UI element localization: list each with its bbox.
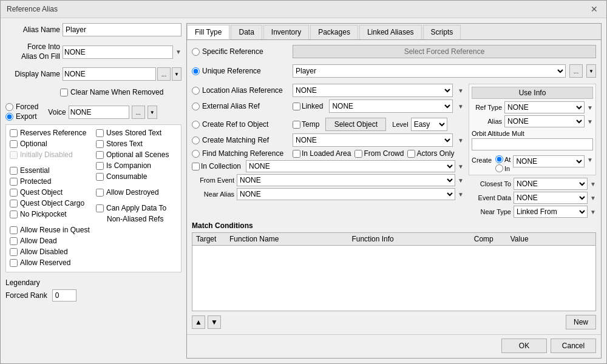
window-content: Alias Name Force IntoAlias On Fill NONE … (1, 18, 606, 363)
tab-packages[interactable]: Packages (310, 25, 358, 39)
location-alias-label: Location Alias Reference (202, 86, 283, 95)
tab-fill-type[interactable]: Fill Type (187, 25, 229, 39)
from-crowd-checkbox[interactable] (354, 150, 362, 158)
cancel-button[interactable]: Cancel (551, 339, 596, 353)
no-pickpocket-checkbox[interactable] (10, 211, 18, 218)
in-collection-checkbox[interactable] (192, 163, 200, 170)
allow-reuse-checkbox[interactable] (10, 226, 18, 234)
create-location-select[interactable]: NONE (513, 155, 585, 167)
create-matching-select[interactable]: NONE (293, 133, 453, 147)
tab-inventory[interactable]: Inventory (263, 25, 309, 39)
unique-ref-select[interactable]: Player (293, 64, 566, 78)
force-into-select[interactable]: NONE (63, 46, 173, 59)
location-alias-select[interactable]: NONE (293, 84, 453, 97)
left-panel: Alias Name Force IntoAlias On Fill NONE … (5, 23, 181, 359)
in-radio[interactable] (495, 164, 503, 172)
use-info-btn[interactable]: Use Info (472, 87, 593, 99)
in-collection-select[interactable]: NONE (246, 160, 455, 172)
voice-dots-btn[interactable]: ... (132, 106, 145, 119)
display-name-dots-btn[interactable]: ... (157, 67, 171, 81)
allow-reserved-checkbox[interactable] (10, 259, 18, 267)
orbit-input[interactable] (472, 138, 593, 150)
forced-radio[interactable] (5, 103, 13, 111)
protected-label: Protected (20, 177, 51, 186)
display-name-select[interactable]: NONE (63, 67, 156, 81)
non-aliased-label-row: Non-Aliased Refs (107, 215, 177, 223)
find-matching-row: Find Matching Reference In Loaded Area F… (192, 149, 464, 158)
unique-ref-dots-btn[interactable]: ... (569, 64, 583, 78)
create-matching-radio[interactable] (192, 136, 200, 144)
temp-checkbox[interactable] (293, 121, 300, 129)
allow-destroyed-checkbox[interactable] (96, 189, 104, 197)
down-nav-btn[interactable]: ▼ (208, 315, 221, 329)
allow-dead-checkbox[interactable] (10, 237, 18, 245)
tab-data[interactable]: Data (231, 25, 262, 39)
match-conditions-section: Match Conditions Target Function Name Fu… (192, 221, 596, 329)
specific-ref-radio-group: Specific Reference (192, 47, 289, 56)
stores-text-checkbox[interactable] (96, 140, 104, 148)
reserves-reference-checkbox[interactable] (10, 129, 18, 137)
location-alias-radio[interactable] (192, 87, 200, 95)
alias-select[interactable]: NONE (504, 115, 585, 127)
clear-name-label: Clear Name When Removed (70, 88, 163, 96)
forced-rank-input[interactable] (52, 289, 76, 302)
quest-object-checkbox[interactable] (10, 189, 18, 197)
collection-area: In Collection NONE ▼ From Event (192, 160, 464, 200)
from-event-select[interactable]: NONE (237, 174, 455, 186)
actors-only-checkbox[interactable] (407, 150, 415, 158)
optional-all-scenes-checkbox[interactable] (96, 151, 104, 159)
near-alias-select[interactable]: NONE (237, 188, 455, 200)
voice-select[interactable]: NONE (69, 106, 129, 119)
ref-type-select[interactable]: NONE (504, 101, 585, 113)
is-companion-checkbox[interactable] (96, 162, 104, 170)
create-ref-radio[interactable] (192, 121, 200, 129)
protected-checkbox[interactable] (10, 178, 18, 186)
event-data-select[interactable]: NONE (514, 192, 588, 204)
in-label: In (504, 165, 510, 172)
tab-linked-aliases[interactable]: Linked Aliases (359, 25, 422, 39)
temp-label: Temp (302, 120, 319, 129)
fill-type-content: Specific Reference Select Forced Referen… (187, 40, 601, 334)
at-radio[interactable] (495, 155, 503, 163)
alias-name-input[interactable] (63, 23, 181, 36)
find-matching-radio[interactable] (192, 150, 200, 158)
tabs-bar: Fill Type Data Inventory Packages Linked… (187, 24, 601, 40)
find-matching-radio-group: Find Matching Reference (192, 149, 289, 158)
voice-arrow-btn[interactable]: ▼ (148, 106, 157, 119)
initially-disabled-label: Initially Disabled (20, 150, 73, 159)
external-alias-radio[interactable] (192, 103, 200, 110)
from-event-row: From Event NONE ▼ (192, 174, 464, 186)
closest-to-select[interactable]: NONE (514, 178, 588, 190)
quest-object-cargo-checkbox[interactable] (10, 200, 18, 207)
up-nav-btn[interactable]: ▲ (192, 315, 205, 329)
tab-scripts[interactable]: Scripts (423, 25, 461, 39)
unique-ref-radio[interactable] (192, 67, 200, 75)
can-apply-data-checkbox[interactable] (96, 204, 104, 212)
clear-name-checkbox[interactable] (60, 89, 68, 96)
select-forced-ref-btn[interactable]: Select Forced Reference (293, 45, 596, 58)
closest-to-label: Closest To (469, 180, 511, 187)
near-type-row: Near Type Linked From ▼ (469, 206, 596, 218)
allow-reuse-label: Allow Reuse in Quest (20, 226, 90, 234)
consumable-checkbox[interactable] (96, 173, 104, 181)
ok-button[interactable]: OK (501, 339, 547, 353)
display-name-arrow-btn[interactable]: ▼ (172, 67, 181, 81)
select-object-btn[interactable]: Select Object (325, 118, 386, 131)
from-crowd-label: From Crowd (364, 149, 404, 158)
linked-checkbox[interactable] (293, 103, 300, 110)
specific-ref-radio[interactable] (192, 48, 200, 56)
allow-dead-label: Allow Dead (20, 237, 57, 245)
close-button[interactable]: ✕ (588, 4, 600, 14)
near-type-select[interactable]: Linked From (514, 206, 588, 218)
essential-checkbox[interactable] (10, 167, 18, 175)
optional-label: Optional (20, 140, 47, 148)
level-select[interactable]: Easy (411, 118, 447, 131)
uses-stored-text-checkbox[interactable] (96, 129, 104, 137)
new-button[interactable]: New (566, 315, 596, 329)
unique-ref-arrow-btn[interactable]: ▼ (586, 64, 596, 78)
export-radio[interactable] (5, 113, 13, 121)
allow-disabled-checkbox[interactable] (10, 248, 18, 256)
optional-checkbox[interactable] (10, 140, 18, 148)
in-loaded-area-checkbox[interactable] (293, 150, 300, 158)
external-alias-select[interactable]: NONE (329, 99, 453, 113)
